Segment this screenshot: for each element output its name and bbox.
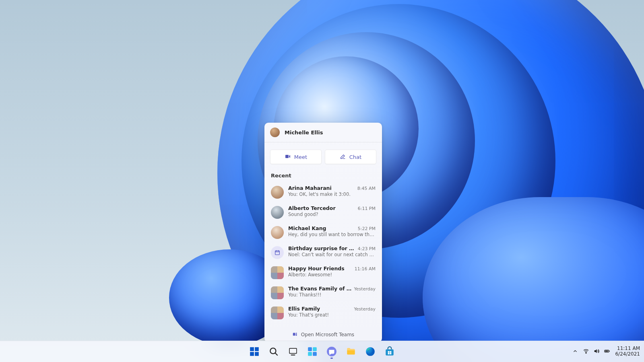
taskbar: 11:11 AM 6/24/2021 [0, 341, 644, 362]
widgets-button[interactable] [304, 343, 321, 360]
svg-rect-11 [250, 352, 254, 356]
chat-preview: You: That's great! [288, 312, 376, 318]
recent-label: Recent [271, 173, 291, 179]
flyout-actions: Meet Chat [264, 142, 382, 171]
chat-avatar [271, 266, 284, 279]
task-view-icon [288, 346, 298, 357]
chat-avatar [271, 246, 284, 259]
chat-item[interactable]: Michael Kang5:22 PMHey, did you still wa… [267, 222, 380, 242]
widgets-icon [307, 346, 318, 357]
chat-item[interactable]: Arina Maharani8:45 AMYou: OK, let's make… [267, 182, 380, 202]
svg-rect-12 [255, 352, 259, 356]
chat-item[interactable]: Birthday surprise for Mum4:23 PMNoel: Ca… [267, 242, 380, 262]
search-icon [268, 346, 279, 357]
svg-rect-31 [609, 350, 610, 352]
flyout-header: Michelle Ellis [264, 123, 382, 142]
meet-button[interactable]: Meet [270, 150, 322, 164]
clock-date: 6/24/2021 [615, 352, 640, 357]
svg-rect-3 [275, 251, 280, 255]
chat-time: Yesterday [354, 306, 376, 312]
user-name: Michelle Ellis [285, 130, 323, 136]
svg-rect-19 [313, 347, 317, 351]
svg-rect-27 [388, 353, 390, 354]
chat-avatar [271, 306, 284, 319]
svg-rect-24 [386, 350, 394, 356]
svg-rect-25 [388, 351, 390, 353]
chat-body: Happy Hour Friends11:16 AMAlberto: Aweso… [288, 265, 376, 278]
chat-avatar [271, 226, 284, 239]
svg-rect-7 [293, 333, 295, 335]
svg-rect-16 [290, 349, 296, 353]
chat-body: The Evans Family of SupersYesterdayYou: … [288, 286, 376, 298]
folder-icon [346, 346, 356, 357]
edge-icon [365, 346, 376, 357]
task-view-button[interactable] [285, 343, 301, 360]
svg-rect-20 [308, 352, 312, 356]
chat-name: Happy Hour Friends [288, 265, 345, 272]
chat-time: 8:45 AM [357, 186, 376, 191]
svg-rect-10 [255, 347, 259, 351]
svg-point-13 [270, 348, 276, 354]
chat-preview: You: OK, let's make it 3:00. [288, 191, 376, 197]
chat-body: Ellis FamilyYesterdayYou: That's great! [288, 306, 376, 318]
svg-rect-0 [285, 155, 289, 158]
system-tray[interactable] [583, 348, 610, 356]
chat-item[interactable]: Alberto Tercedor6:11 PMSound good? [267, 202, 380, 222]
wifi-icon[interactable] [583, 348, 589, 356]
svg-rect-18 [308, 347, 312, 351]
chat-avatar [271, 206, 284, 219]
chat-body: Michael Kang5:22 PMHey, did you still wa… [288, 225, 376, 237]
video-icon [285, 153, 291, 161]
chat-time: Yesterday [354, 286, 376, 292]
chat-item[interactable]: Happy Hour Friends11:16 AMAlberto: Aweso… [267, 262, 380, 282]
teams-chat-flyout: Michelle Ellis Meet Chat Recent Arina Ma… [264, 123, 382, 342]
chevron-up-icon [572, 350, 578, 355]
svg-rect-21 [313, 352, 317, 356]
edge-button[interactable] [362, 343, 379, 360]
chat-button[interactable]: Chat [325, 150, 376, 164]
chat-name: Alberto Tercedor [288, 205, 336, 211]
chat-label: Chat [349, 154, 361, 160]
search-button[interactable] [367, 171, 376, 179]
store-button[interactable] [381, 343, 398, 360]
open-teams-link[interactable]: Open Microsoft Teams [264, 327, 382, 342]
chat-name: Birthday surprise for Mum [288, 245, 355, 251]
taskbar-center [246, 343, 398, 360]
chat-icon [326, 346, 337, 357]
start-button[interactable] [246, 343, 263, 360]
chat-preview: Noel: Can't wait for our next catch up! [288, 252, 376, 257]
teams-icon [292, 331, 298, 338]
compose-icon [340, 153, 346, 161]
clock[interactable]: 11:11 AM 6/24/2021 [615, 346, 640, 357]
svg-point-8 [296, 333, 297, 334]
chat-avatar [271, 186, 284, 199]
open-teams-label: Open Microsoft Teams [301, 332, 354, 337]
user-avatar[interactable] [270, 128, 280, 137]
svg-rect-32 [605, 350, 608, 352]
chat-preview: Hey, did you still want to borrow the no… [288, 232, 376, 237]
chat-item[interactable]: The Evans Family of SupersYesterdayYou: … [267, 282, 380, 302]
chat-preview: You: Thanks!!! [288, 292, 376, 298]
chat-item[interactable]: Ellis FamilyYesterdayYou: That's great! [267, 302, 380, 323]
chat-name: Michael Kang [288, 225, 326, 231]
svg-rect-26 [390, 351, 392, 353]
file-explorer-button[interactable] [343, 343, 359, 360]
chat-time: 6:11 PM [358, 206, 376, 211]
svg-point-29 [586, 352, 587, 353]
chat-name: The Evans Family of Supers [288, 286, 352, 292]
search-taskbar-button[interactable] [265, 343, 282, 360]
windows-logo-icon [249, 346, 260, 357]
chat-body: Arina Maharani8:45 AMYou: OK, let's make… [288, 185, 376, 197]
chat-name: Arina Maharani [288, 185, 332, 191]
chat-body: Birthday surprise for Mum4:23 PMNoel: Ca… [288, 245, 376, 257]
recent-header: Recent [264, 171, 382, 182]
chat-preview: Sound good? [288, 212, 376, 217]
svg-rect-28 [390, 353, 392, 354]
svg-rect-17 [291, 355, 295, 356]
meet-label: Meet [294, 154, 307, 160]
chat-taskbar-button[interactable] [323, 343, 340, 360]
volume-icon[interactable] [593, 348, 600, 356]
show-hidden-icons-button[interactable] [572, 348, 578, 355]
battery-icon[interactable] [604, 348, 610, 356]
chat-avatar [271, 286, 284, 299]
